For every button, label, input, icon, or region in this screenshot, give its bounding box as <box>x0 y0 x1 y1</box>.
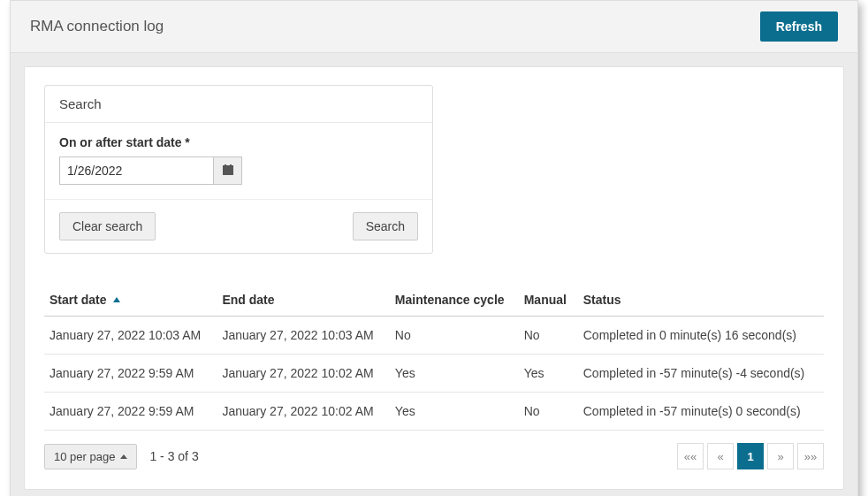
cell-start: January 27, 2022 9:59 AM <box>44 393 217 431</box>
page-container: RMA connection log Refresh Search On or … <box>10 0 858 496</box>
per-page-label: 10 per page <box>54 450 115 463</box>
refresh-button[interactable]: Refresh <box>760 11 838 42</box>
date-field-label: On or after start date * <box>59 135 418 149</box>
results-table: Start date End date Maintenance cycle Ma… <box>44 286 824 431</box>
page-title: RMA connection log <box>30 18 164 35</box>
clear-search-button[interactable]: Clear search <box>59 212 156 240</box>
col-header-label: Manual <box>524 293 567 307</box>
cell-manual: No <box>519 317 578 355</box>
cell-end: January 27, 2022 10:02 AM <box>217 393 389 431</box>
table-footer: 10 per page 1 - 3 of 3 «« « 1 » »» <box>44 443 824 469</box>
search-card-title: Search <box>45 86 432 123</box>
col-status[interactable]: Status <box>578 286 824 317</box>
calendar-button[interactable] <box>214 156 242 185</box>
result-count: 1 - 3 of 3 <box>149 449 198 463</box>
date-input-group <box>59 156 418 185</box>
calendar-icon <box>222 164 234 179</box>
page-last-button[interactable]: »» <box>797 443 824 469</box>
col-header-label: End date <box>222 293 274 307</box>
table-row: January 27, 2022 10:03 AM January 27, 20… <box>44 317 824 355</box>
per-page-select[interactable]: 10 per page <box>44 444 137 469</box>
cell-status: Completed in -57 minute(s) 0 second(s) <box>578 393 824 431</box>
page-1-button[interactable]: 1 <box>737 443 764 469</box>
col-header-label: Start date <box>49 293 107 307</box>
cell-maintenance: Yes <box>390 355 519 393</box>
start-date-input[interactable] <box>59 156 214 185</box>
results-table-wrap: Start date End date Maintenance cycle Ma… <box>44 286 824 469</box>
table-row: January 27, 2022 9:59 AM January 27, 202… <box>44 393 824 431</box>
col-maintenance-cycle[interactable]: Maintenance cycle <box>390 286 519 317</box>
page-first-button[interactable]: «« <box>677 443 704 469</box>
page-header: RMA connection log Refresh <box>11 1 857 53</box>
main-panel: Search On or after start date * Clear se… <box>24 66 844 490</box>
footer-left: 10 per page 1 - 3 of 3 <box>44 444 199 469</box>
cell-end: January 27, 2022 10:02 AM <box>217 355 389 393</box>
table-row: January 27, 2022 9:59 AM January 27, 202… <box>44 355 824 393</box>
col-manual[interactable]: Manual <box>519 286 578 317</box>
cell-status: Completed in -57 minute(s) -4 second(s) <box>578 355 824 393</box>
search-card-body: On or after start date * <box>45 123 432 199</box>
cell-start: January 27, 2022 9:59 AM <box>44 355 217 393</box>
cell-maintenance: No <box>390 317 519 355</box>
page-prev-button[interactable]: « <box>707 443 734 469</box>
paginator: «« « 1 » »» <box>677 443 824 469</box>
cell-maintenance: Yes <box>390 393 519 431</box>
sort-asc-icon <box>113 297 120 302</box>
col-end-date[interactable]: End date <box>217 286 389 317</box>
cell-manual: Yes <box>519 355 578 393</box>
col-header-label: Status <box>583 293 621 307</box>
search-card: Search On or after start date * Clear se… <box>44 85 433 254</box>
col-start-date[interactable]: Start date <box>44 286 217 317</box>
cell-status: Completed in 0 minute(s) 16 second(s) <box>578 317 824 355</box>
col-header-label: Maintenance cycle <box>395 293 505 307</box>
chevron-up-icon <box>120 454 127 459</box>
page-next-button[interactable]: » <box>767 443 794 469</box>
cell-start: January 27, 2022 10:03 AM <box>44 317 217 355</box>
cell-manual: No <box>519 393 578 431</box>
page-body: Search On or after start date * Clear se… <box>11 53 857 496</box>
cell-end: January 27, 2022 10:03 AM <box>217 317 389 355</box>
search-button[interactable]: Search <box>353 212 418 240</box>
search-card-footer: Clear search Search <box>45 199 432 253</box>
